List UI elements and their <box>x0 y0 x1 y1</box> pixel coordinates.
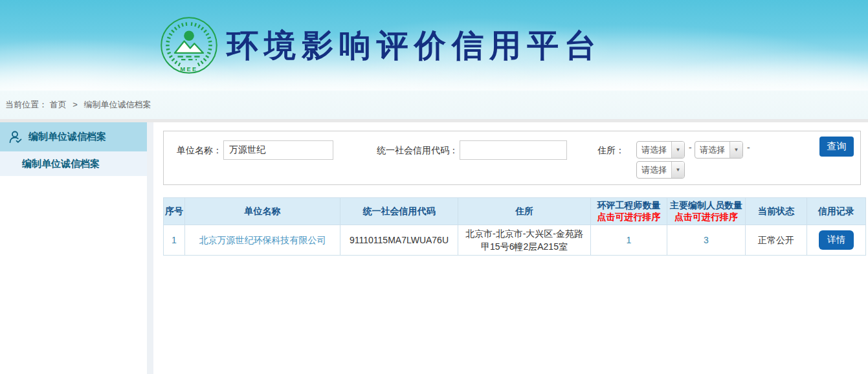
address-dash: - <box>747 139 750 157</box>
sidebar-item-label: 编制单位诚信档案 <box>22 158 100 169</box>
col-staff-count: 主要编制人员数量 点击可进行排序 <box>667 198 746 225</box>
search-panel: 单位名称： 统一社会信用代码： 住所： 请选择 ▼ - 请选择 ▼ - 请选择 … <box>163 131 861 185</box>
cell-index: 1 <box>164 225 185 256</box>
site-title: 环境影响评价信用平台 <box>227 25 602 67</box>
breadcrumb-prefix: 当前位置： <box>5 100 47 109</box>
city-select-value: 请选择 <box>695 142 729 158</box>
district-select-value: 请选择 <box>637 162 671 178</box>
chevron-down-icon: ▼ <box>671 142 684 158</box>
table-row: 1 北京万源世纪环保科技有限公司 91110115MA7LWUA76U 北京市-… <box>164 225 866 256</box>
city-select[interactable]: 请选择 ▼ <box>695 141 743 159</box>
user-check-icon <box>8 129 23 145</box>
staff-count-link[interactable]: 3 <box>704 235 709 245</box>
unit-name-input[interactable] <box>223 140 333 160</box>
cell-address: 北京市-北京市-大兴区-金苑路甲15号6幢2层A215室 <box>458 225 591 256</box>
col-address: 住所 <box>458 198 591 225</box>
cell-credit-code: 91110115MA7LWUA76U <box>340 225 458 256</box>
unit-name-link[interactable]: 北京万源世纪环保科技有限公司 <box>199 235 326 245</box>
chevron-down-icon: ▼ <box>671 162 684 178</box>
engineer-count-link[interactable]: 1 <box>627 235 632 245</box>
mee-logo-icon: MEE <box>159 16 219 75</box>
sidebar: 编制单位诚信档案 编制单位诚信档案 <box>0 122 147 176</box>
site-header: MEE 环境影响评价信用平台 <box>0 0 868 91</box>
breadcrumb-current: 编制单位诚信档案 <box>83 100 151 109</box>
col-index: 序号 <box>164 198 185 225</box>
credit-code-label: 统一社会信用代码： <box>371 140 458 160</box>
address-label: 住所： <box>588 140 625 160</box>
sidebar-header-label: 编制单位诚信档案 <box>28 131 106 143</box>
breadcrumb-separator: > <box>72 100 78 109</box>
sidebar-divider <box>147 122 153 374</box>
breadcrumb-home-link[interactable]: 首页 <box>50 100 67 109</box>
col-credit-code: 统一社会信用代码 <box>340 198 458 225</box>
detail-button[interactable]: 详情 <box>819 230 854 250</box>
page: MEE 环境影响评价信用平台 当前位置： 首页 > 编制单位诚信档案 编制单位诚 <box>0 0 868 374</box>
sort-engineer-count[interactable]: 点击可进行排序 <box>592 212 665 223</box>
cell-staff-count: 3 <box>667 225 746 256</box>
content-area: 编制单位诚信档案 编制单位诚信档案 单位名称： 统一社会信用代码： 住所： 请选… <box>0 122 868 374</box>
province-select-value: 请选择 <box>637 142 671 158</box>
cell-credit-record: 详情 <box>807 225 866 256</box>
col-unit-name: 单位名称 <box>185 198 340 225</box>
table-header-row: 序号 单位名称 统一社会信用代码 住所 环评工程师数量 点击可进行排序 主要编制… <box>164 198 866 225</box>
query-button[interactable]: 查询 <box>819 137 854 157</box>
results-table: 序号 单位名称 统一社会信用代码 住所 环评工程师数量 点击可进行排序 主要编制… <box>163 197 866 256</box>
col-engineer-count: 环评工程师数量 点击可进行排序 <box>591 198 667 225</box>
cell-unit-name: 北京万源世纪环保科技有限公司 <box>185 225 340 256</box>
chevron-down-icon: ▼ <box>729 142 742 158</box>
svg-text:MEE: MEE <box>181 66 198 72</box>
sidebar-header-archive[interactable]: 编制单位诚信档案 <box>0 122 147 151</box>
cell-engineer-count: 1 <box>591 225 667 256</box>
col-status: 当前状态 <box>746 198 807 225</box>
sidebar-item-archive[interactable]: 编制单位诚信档案 <box>0 151 147 176</box>
district-select[interactable]: 请选择 ▼ <box>636 161 685 179</box>
breadcrumb: 当前位置： 首页 > 编制单位诚信档案 <box>0 91 868 119</box>
sort-staff-count[interactable]: 点击可进行排序 <box>669 212 744 223</box>
address-dash: - <box>689 139 692 157</box>
credit-code-input[interactable] <box>460 140 567 160</box>
cell-status: 正常公开 <box>746 225 807 256</box>
unit-name-label: 单位名称： <box>164 140 222 160</box>
col-credit-record: 信用记录 <box>807 198 866 225</box>
province-select[interactable]: 请选择 ▼ <box>636 141 685 159</box>
